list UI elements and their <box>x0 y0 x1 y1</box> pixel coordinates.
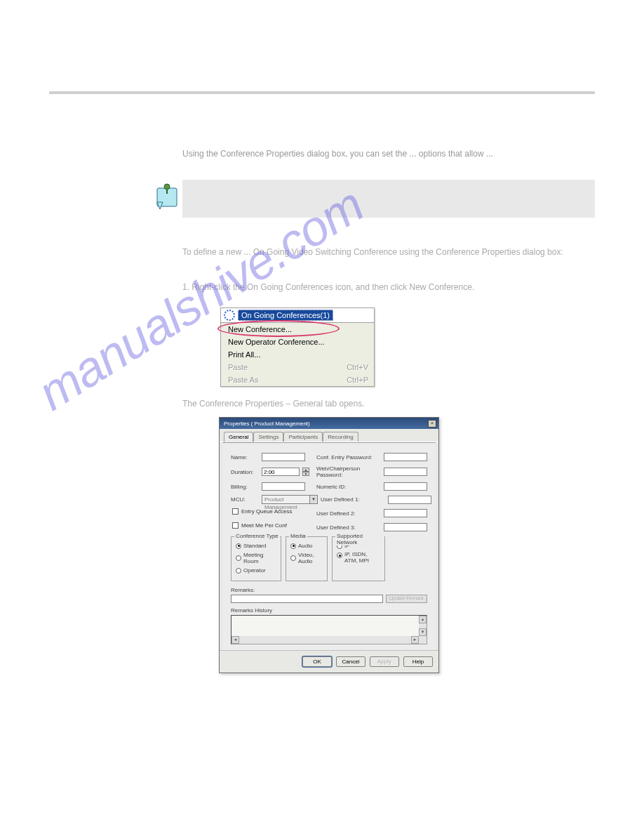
billing-label: Billing: <box>231 484 259 490</box>
radio-icon <box>236 568 241 574</box>
media-legend: Media <box>289 533 307 539</box>
scroll-down-icon[interactable]: ▼ <box>419 628 427 636</box>
radio-label: Operator <box>243 567 266 574</box>
ud1-input[interactable] <box>388 496 431 504</box>
meet-me-checkbox[interactable] <box>232 522 239 529</box>
remarks-history-label: Remarks History <box>231 607 427 614</box>
scroll-up-icon[interactable]: ▲ <box>419 616 427 623</box>
remarks-section: Remarks: Update Remark <box>231 587 427 603</box>
name-input[interactable] <box>262 453 305 461</box>
mcu-value: Product Management <box>264 496 297 510</box>
ud3-input[interactable] <box>384 523 427 531</box>
radio-video-audio[interactable]: Video, Audio <box>290 552 323 564</box>
menu-label: New Conference... <box>228 325 292 333</box>
radio-icon <box>290 555 296 561</box>
network-group: Supported Network IP IP, ISDN, ATM, MPI <box>332 536 385 581</box>
ongoing-conferences-icon <box>224 310 235 321</box>
menu-item-paste-as: Paste As Ctrl+P <box>221 373 374 386</box>
conference-type-group: Conference Type Standard Meeting Room Op… <box>231 536 281 581</box>
radio-standard[interactable]: Standard <box>236 543 276 549</box>
duration-label: Duration: <box>231 469 259 475</box>
cancel-button[interactable]: Cancel <box>336 656 365 667</box>
ud1-label: User Defined 1: <box>321 496 385 503</box>
step-1: 1. Right-click the On Going Conferences … <box>182 281 581 293</box>
tab-general[interactable]: General <box>224 432 253 442</box>
radio-operator[interactable]: Operator <box>236 567 276 574</box>
menu-label: Paste <box>228 363 248 371</box>
vertical-scrollbar[interactable]: ▲ ▼ <box>419 616 427 644</box>
remarks-input[interactable] <box>231 595 383 603</box>
menu-shortcut: Ctrl+P <box>347 376 368 384</box>
ud2-label: User Defined 2: <box>316 510 381 517</box>
radio-label: Standard <box>243 543 266 549</box>
remarks-label: Remarks: <box>231 587 427 593</box>
dialog-title: Properties ( Product Management) <box>224 421 310 427</box>
menu-shortcut: Ctrl+V <box>347 363 368 371</box>
duration-spinner[interactable]: ▲▼ <box>302 468 309 476</box>
name-label: Name: <box>231 454 259 461</box>
menu-item-new-conference[interactable]: New Conference... <box>221 323 374 336</box>
radio-icon <box>236 555 241 561</box>
remarks-history-box[interactable]: ▲ ▼ ◄ ► <box>231 615 427 644</box>
dialog-body: Name: Conf. Entry Password: Duration: ▲▼… <box>222 442 436 650</box>
duration-input[interactable] <box>262 468 300 476</box>
radio-icon <box>236 543 241 549</box>
tree-label: On Going Conferences(1) <box>238 310 333 321</box>
update-remark-button: Update Remark <box>386 595 427 603</box>
remarks-history-section: Remarks History ▲ ▼ ◄ ► <box>231 607 427 644</box>
ud2-input[interactable] <box>384 509 427 517</box>
scroll-left-icon[interactable]: ◄ <box>232 636 239 644</box>
ok-button[interactable]: OK <box>302 656 332 667</box>
context-menu: On Going Conferences(1) New Conference..… <box>220 307 375 387</box>
radio-meeting-room[interactable]: Meeting Room <box>236 552 276 564</box>
numeric-id-input[interactable] <box>384 482 427 491</box>
horizontal-scrollbar[interactable]: ◄ ► <box>232 636 419 644</box>
radio-icon <box>290 543 296 549</box>
note-block <box>182 180 595 218</box>
pin-note-icon <box>153 181 181 213</box>
chevron-down-icon: ▼ <box>309 496 317 503</box>
radio-label: Meeting Room <box>243 552 276 564</box>
meet-me-checkbox-row[interactable]: Meet Me Per Conf <box>232 522 314 529</box>
menu-label: New Operator Conference... <box>228 338 325 346</box>
radio-audio[interactable]: Audio <box>290 543 323 549</box>
entry-queue-checkbox[interactable] <box>232 508 239 515</box>
intro-paragraph: Using the Conference Properties dialog b… <box>182 147 588 160</box>
menu-item-paste: Paste Ctrl+V <box>221 361 374 373</box>
tree-item-ongoing-conferences[interactable]: On Going Conferences(1) <box>221 308 374 323</box>
close-button[interactable]: × <box>428 420 436 428</box>
svg-point-1 <box>164 184 170 190</box>
tab-recording[interactable]: Recording <box>323 432 358 442</box>
radio-ip-isdn-atm-mpi[interactable]: IP, ISDN, ATM, MPI <box>337 552 380 564</box>
tab-participants[interactable]: Participants <box>283 432 323 442</box>
apply-button: Apply <box>370 656 399 667</box>
numeric-id-label: Numeric ID: <box>316 484 381 490</box>
billing-input[interactable] <box>262 482 305 491</box>
scroll-right-icon[interactable]: ► <box>411 636 419 644</box>
dialog-titlebar[interactable]: Properties ( Product Management) × <box>220 418 438 429</box>
media-group: Media Audio Video, Audio <box>286 536 328 581</box>
meet-me-label: Meet Me Per Conf <box>241 522 287 529</box>
dialog-button-bar: OK Cancel Apply Help <box>220 650 438 673</box>
intro-2: To define a new ... On Going Video Switc… <box>182 246 581 258</box>
menu-item-new-operator-conference[interactable]: New Operator Conference... <box>221 336 374 348</box>
conference-properties-dialog: Properties ( Product Management) × Gener… <box>219 417 439 673</box>
tab-strip: General Settings Participants Recording <box>220 429 438 442</box>
mcu-label: MCU: <box>231 496 259 503</box>
tab-settings[interactable]: Settings <box>253 432 283 442</box>
radio-label: Audio <box>298 543 312 549</box>
mcu-select[interactable]: Product Management ▼ <box>262 495 318 504</box>
help-button[interactable]: Help <box>403 656 433 667</box>
conference-type-legend: Conference Type <box>234 533 280 539</box>
menu-item-print-all[interactable]: Print All... <box>221 348 374 361</box>
menu-label: Paste As <box>228 376 258 384</box>
ud3-label: User Defined 3: <box>316 524 381 531</box>
network-legend: Supported Network <box>335 533 384 545</box>
radio-icon <box>337 552 342 558</box>
conf-entry-pwd-input[interactable] <box>384 453 427 461</box>
radio-label: Video, Audio <box>298 552 323 564</box>
radio-label: IP, ISDN, ATM, MPI <box>344 552 380 564</box>
menu-label: Print All... <box>228 350 260 359</box>
chair-pwd-input[interactable] <box>384 468 427 476</box>
chair-pwd-label: Web/Chairperson Password: <box>316 465 381 478</box>
